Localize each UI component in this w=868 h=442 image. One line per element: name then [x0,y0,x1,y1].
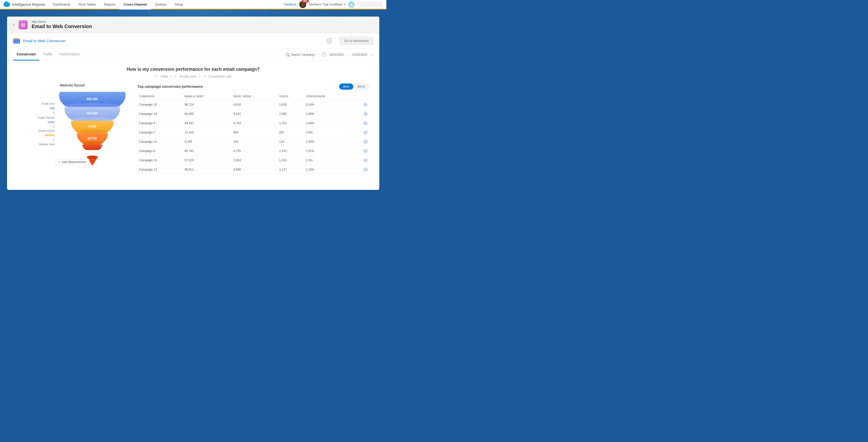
cell-conv: 2.3% [304,156,353,165]
cell-campaign: Campaign 8 [137,119,183,128]
nav-tab-cross-channel[interactable]: Cross-Channel [119,0,151,9]
astro-avatar-icon[interactable]: 99+ [299,1,306,8]
add-measurement-button[interactable]: + Add Measurement [55,159,89,165]
col-campaign[interactable]: CAMPAIGN [137,93,183,100]
cell-pv: 653 [232,128,278,137]
cell-visits: 1,835 [278,100,304,109]
cell-visits: 2,152 [278,147,304,156]
row-expand-button[interactable]: › [363,149,368,153]
settings-button[interactable] [327,38,332,44]
cell-pv: 5,632 [232,109,278,119]
toggle-worst[interactable]: Worst [353,84,369,90]
cell-campaign: Campaign 13 [137,165,183,175]
cell-pv: 3,743 [232,119,278,128]
cell-conv: 3.24% [304,100,353,109]
nav-tab-dashboards[interactable]: Dashboards [49,0,74,9]
formula-slash: / [171,74,172,78]
top-nav: Intelligence Reports DashboardsPivot Tab… [0,0,386,9]
cell-pv: 243 [232,137,278,147]
go-to-dashboard-button[interactable]: Go to dashboard [339,37,373,45]
row-expand-button[interactable]: › [363,167,368,172]
cell-visits: 297 [278,128,304,137]
back-button[interactable]: ‹ [13,22,14,27]
subheader: Email to Web Conversion Go to dashboard [7,33,379,49]
cell-emails: 57,220 [183,156,232,165]
cell-conv: 2.51% [304,147,353,156]
formula-rate: Conversion rate [209,74,231,78]
cell-campaign: Campaign 6 [137,147,183,156]
funnel-stage-label: Emails Clicked466.84%┆▾ [38,129,55,141]
col-conversion[interactable]: CONVERSION [304,93,353,100]
org-switcher[interactable]: Northern Trail Outfitters [309,2,346,6]
row-expand-button[interactable]: › [363,158,368,163]
cell-campaign: Campaign 15 [137,156,183,165]
content-area: How is my conversion performance for eac… [7,61,379,186]
nav-tab-reports[interactable]: Reports [100,0,120,9]
cell-visits: 110 [278,137,304,147]
brand: Intelligence Reports [0,0,49,9]
cell-emails: 56,714 [183,100,232,109]
breadcrumb: App Demo [32,20,92,24]
funnel-stage-label: Website Visits [39,143,55,146]
toggle-best[interactable]: Best [339,84,353,90]
user-avatar[interactable] [348,1,355,8]
cell-pv: 4,680 [232,165,278,175]
table-row: Campaign 864,4413,7431,7012.64%› [137,119,369,128]
search-campaign-label: Search Campaign [291,53,315,57]
col-page-views[interactable]: PAGE VIEWS [232,93,278,100]
divider [336,37,336,44]
date-chevron-icon[interactable]: ⌄ [371,53,373,57]
col-emails-sent[interactable]: EMAILS SENT [183,93,232,100]
global-search-input[interactable] [357,2,382,7]
divider [318,53,319,57]
search-icon [286,53,289,56]
funnel-stage-label: Emails Opened2.60%┆▾ [38,116,55,128]
nav-tab-queries[interactable]: Queries [151,0,171,9]
cell-emails: 85,782 [183,147,232,156]
subtab-conversion[interactable]: Conversion [13,49,39,60]
salesforce-cloud-icon [3,2,10,7]
date-to[interactable]: 01/02/2023 [352,53,367,57]
row-expand-button[interactable]: › [363,130,368,135]
page-header: ‹ ▤ App Demo Email to Web Conversion [7,17,379,33]
cell-emails: 11,420 [183,128,232,137]
feedback-link[interactable]: Feedback [283,3,297,6]
row-expand-button[interactable]: › [363,121,368,125]
mail-chart-icon [13,38,20,44]
subtab-performance[interactable]: Performance [56,49,83,60]
best-worst-toggle: Best Worst [339,83,369,90]
chevron-down-icon [344,4,346,5]
table-row: Campaign 1398,9124,6802,1272.15%› [137,165,369,175]
brand-text: Intelligence Reports [12,2,45,6]
page-frame: ‹ ▤ App Demo Email to Web Conversion Ema… [7,17,379,190]
nav-tab-setup[interactable]: Setup [170,0,187,9]
row-expand-button[interactable]: › [363,102,368,107]
row-expand-button[interactable]: › [363,112,368,116]
funnel-panel: Website funnel Emails Sent18%┆▾Emails Op… [17,83,127,175]
table-row: Campaign 1056,7143,8161,8353.24%› [137,100,369,109]
nav-tab-pivot-tables[interactable]: Pivot Tables [74,0,100,9]
col-visits[interactable]: VISITS [278,93,304,100]
formula-row: 👁 Visits / ✉ Emails sent = ↻ Conversion … [17,74,369,78]
svg-point-4 [82,141,102,145]
date-from[interactable]: 10/01/2022 [329,53,344,57]
funnel-value-0: 859.16K [87,97,98,101]
subtab-traffic[interactable]: Traffic [39,49,56,60]
table-row: Campaign 1488,4555,6322,5602.89%› [137,109,369,119]
report-title-link[interactable]: Email to Web Conversion [23,39,65,43]
table-title: Top campaign conversion performance [137,85,203,89]
funnel-value-3: 18.77K [88,137,97,140]
cell-campaign: Campaign 7 [137,128,183,137]
notification-badge: 99+ [302,0,309,3]
search-campaign[interactable]: Search Campaign [286,53,315,57]
svg-point-0 [351,3,352,4]
formula-eq: = [199,74,201,78]
page-title: Email to Web Conversion [32,24,92,29]
cell-emails: 64,441 [183,119,232,128]
cell-visits: 2,560 [278,109,304,119]
refresh-icon: ↻ [203,74,206,78]
table-panel: Top campaign conversion performance Best… [137,83,369,175]
table-row: Campaign 711,4206532972.6%› [137,128,369,137]
row-expand-button[interactable]: › [363,139,368,144]
nav-tabs: DashboardsPivot TablesReportsCross-Chann… [49,0,187,9]
